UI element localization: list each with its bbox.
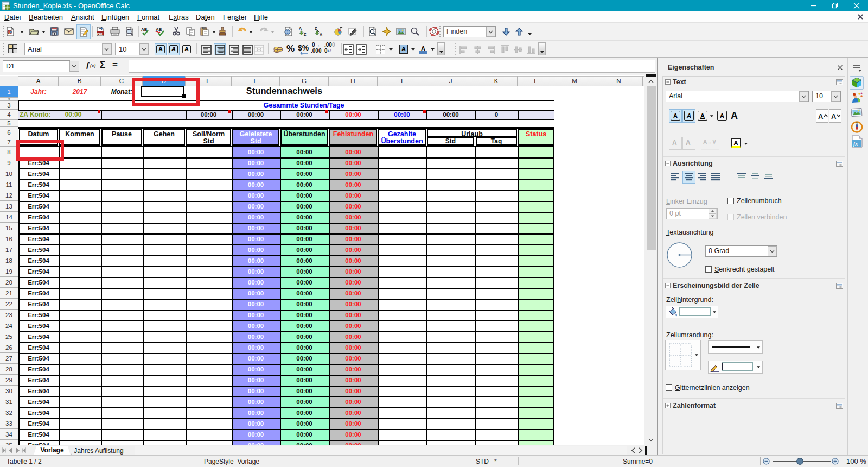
svg-text:A: A — [299, 27, 302, 30]
svg-text:fx: fx — [853, 141, 858, 147]
svg-text:Z: Z — [315, 27, 317, 30]
svg-text:N: N — [856, 121, 858, 124]
svg-text:PDF: PDF — [97, 32, 104, 35]
svg-text:A: A — [818, 112, 824, 121]
svg-text:A: A — [831, 112, 837, 121]
